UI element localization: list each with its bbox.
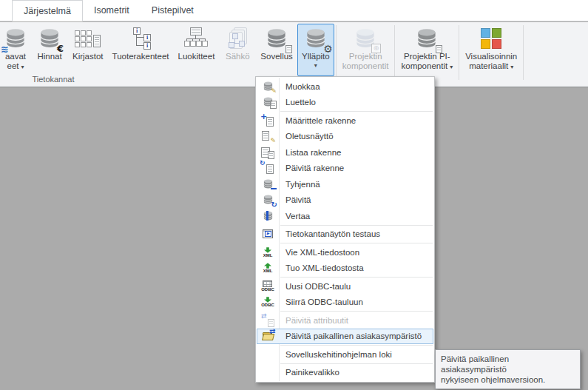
none-icon [257, 346, 279, 363]
chevron-down-icon: ▾ [21, 64, 24, 70]
book-list-icon [257, 144, 279, 161]
menu-item-paivita[interactable]: ↻Päivitä [257, 192, 433, 209]
menu-item-label: Vie XML-tiedostoon [279, 248, 359, 257]
chevron-down-icon: ▾ [314, 63, 317, 69]
color-squares-icon [477, 25, 505, 52]
db-compare-icon [257, 208, 279, 224]
menu-item-label: Luettelo [279, 98, 316, 107]
luokitteet-button[interactable]: Luokitteet [173, 24, 219, 76]
db-document-icon [263, 25, 291, 52]
tooltip-line-2: nykyiseen ohjelmaversioon. [441, 374, 575, 385]
leikattu-painike-button[interactable]: ≋aavateet▾ [0, 24, 31, 76]
menu-separator [280, 277, 433, 278]
visualisoinnin-materiaalit-label: materiaalit▾ [469, 61, 513, 72]
db-euro-icon: € [36, 25, 64, 52]
ribbon-group-label: Tietokannat [19, 75, 87, 84]
hinnat-button[interactable]: €Hinnat [31, 24, 68, 76]
menu-separator [280, 111, 433, 112]
tab-isometrit[interactable]: Isometrit [83, 0, 141, 21]
odbc-export-icon: ODBC [257, 295, 279, 311]
menu-item-painikevalikko[interactable]: Painikevalikko [257, 365, 433, 381]
attributes-refresh-icon: ⇄ [257, 312, 279, 329]
ribbon-group-separator [459, 25, 459, 80]
sahko-button: Sähkö [219, 24, 256, 76]
menu-item-tuo-xml-tiedostosta[interactable]: XMLTuo XML-tiedostosta [257, 260, 433, 277]
projektin-pi-komponentit-label: komponentit▾ [401, 61, 453, 72]
menu-item-label: Siirrä ODBC-tauluun [279, 297, 363, 306]
list-add-icon: + [257, 112, 279, 129]
ribbon-tab-bar: JärjestelmäIsometritPistepilvet [0, 0, 588, 21]
tooltip-line-1: Päivitä paikallinen asiakasympäristö [441, 354, 575, 374]
db-document-gray-icon [413, 25, 441, 52]
db-waves-icon: ≋ [1, 25, 30, 52]
sovellus-button[interactable]: Sovellus [256, 24, 297, 76]
menu-separator [280, 345, 433, 346]
luokitteet-label: Luokitteet [178, 52, 214, 61]
yllapito-button[interactable]: ⚙Ylläpito▾ [297, 24, 334, 76]
tuoterakenteet-button[interactable]: iiiTuoterakenteet [108, 24, 174, 76]
menu-item-label: Sovelluskehitinohjelman loki [279, 350, 392, 359]
menu-item-uusi-odbc-taulu[interactable]: ODBCUusi ODBC-taulu [257, 278, 433, 295]
menu-item-paivita-rakenne[interactable]: ↻Päivitä rakenne [257, 161, 433, 177]
db-gear-icon: ⚙ [302, 25, 330, 52]
menu-item-paivita-attribuutit: ⇄Päivitä attribuutit [257, 312, 433, 329]
menu-item-vie-xml-tiedostoon[interactable]: XMLVie XML-tiedostoon [257, 244, 433, 260]
menu-item-label: Päivitä attribuutit [279, 316, 348, 325]
menu-item-siirra-odbc-tauluun[interactable]: ODBCSiirrä ODBC-tauluun [257, 295, 433, 311]
odbc-table-icon: ODBC [257, 278, 279, 295]
db-edit-icon: ✎ [257, 78, 279, 95]
db-minus-icon [257, 176, 279, 192]
page-refresh-icon: ↻ [257, 161, 279, 177]
product-structure-icon: iii [126, 25, 155, 52]
electrical-pages-icon [223, 25, 251, 52]
menu-item-luettelo[interactable]: Luettelo [257, 95, 433, 111]
xml-export-icon: XML [257, 244, 279, 260]
visualisoinnin-materiaalit-label: Visualisoinnin [465, 52, 517, 61]
menu-item-label: Tyhjennä [279, 180, 320, 189]
tuoterakenteet-label: Tuoterakenteet [112, 52, 169, 61]
menu-separator [280, 363, 433, 364]
menu-item-label: Tietokantanäytön testaus [279, 229, 380, 238]
menu-item-listaa-rakenne[interactable]: Listaa rakenne [257, 144, 433, 161]
window-play-icon: ▶ [257, 226, 279, 243]
menu-separator [280, 243, 433, 243]
menu-separator [280, 311, 433, 312]
db-component-icon: ◎ [351, 25, 379, 52]
menu-item-label: Vertaa [279, 212, 310, 221]
menu-item-oletusnaytto[interactable]: ✎Oletusnäyttö [257, 129, 433, 145]
menu-item-sovelluskehitinohjelman-loki[interactable]: Sovelluskehitinohjelman loki [257, 346, 433, 363]
menu-item-label: Määrittele rakenne [279, 116, 356, 125]
menu-item-label: Muokkaa [279, 82, 320, 91]
menu-item-label: Uusi ODBC-taulu [279, 282, 351, 291]
page-edit-icon: ✎ [257, 129, 279, 145]
menu-item-label: Listaa rakenne [279, 148, 341, 157]
menu-item-tyhjenna[interactable]: Tyhjennä [257, 176, 433, 192]
ribbon-group-separator [336, 25, 337, 80]
none-icon [257, 365, 279, 381]
db-list-icon [257, 95, 279, 111]
menu-item-vertaa[interactable]: Vertaa [257, 208, 433, 224]
projektin-pi-komponentit-label: Projektin PI- [404, 52, 450, 61]
tab-jarjestelma[interactable]: Järjestelmä [12, 0, 83, 21]
menu-item-label: Oletusnäyttö [279, 132, 334, 141]
menu-item-paivita-paikallinen-asiakasymparisto[interactable]: ⇄Päivitä paikallinen asiakasympäristö [257, 329, 433, 345]
menu-item-label: Päivitä rakenne [279, 164, 344, 172]
projektin-pi-komponentit-button[interactable]: Projektin PI-komponentit▾ [396, 24, 457, 76]
projektin-komponentit-button: ◎Projektinkomponentit [338, 24, 393, 76]
folder-refresh-icon: ⇄ [257, 329, 279, 345]
kirjastot-button[interactable]: Kirjastot [68, 24, 108, 76]
menu-item-label: Päivitä paikallinen asiakasympäristö [279, 332, 422, 340]
tab-pistepilvet[interactable]: Pistepilvet [141, 0, 205, 21]
menu-item-muokkaa[interactable]: ✎Muokkaa [257, 78, 433, 95]
menu-item-tietokantanayton-testaus[interactable]: ▶Tietokantanäytön testaus [257, 226, 433, 243]
kirjastot-label: Kirjastot [72, 52, 104, 61]
library-grid-icon [74, 25, 102, 52]
sahko-label: Sähkö [226, 52, 250, 61]
chevron-down-icon: ▾ [510, 64, 513, 70]
chevron-down-icon: ▾ [450, 64, 453, 70]
visualisoinnin-materiaalit-button[interactable]: Visualisoinninmateriaalit▾ [461, 24, 521, 76]
menu-item-label: Tuo XML-tiedostosta [279, 263, 364, 272]
menu-item-maarittele-rakenne[interactable]: +Määrittele rakenne [257, 112, 433, 129]
ribbon-group-separator [394, 25, 395, 80]
yllapito-dropdown-menu: ✎MuokkaaLuettelo+Määrittele rakenne✎Olet… [255, 76, 435, 383]
